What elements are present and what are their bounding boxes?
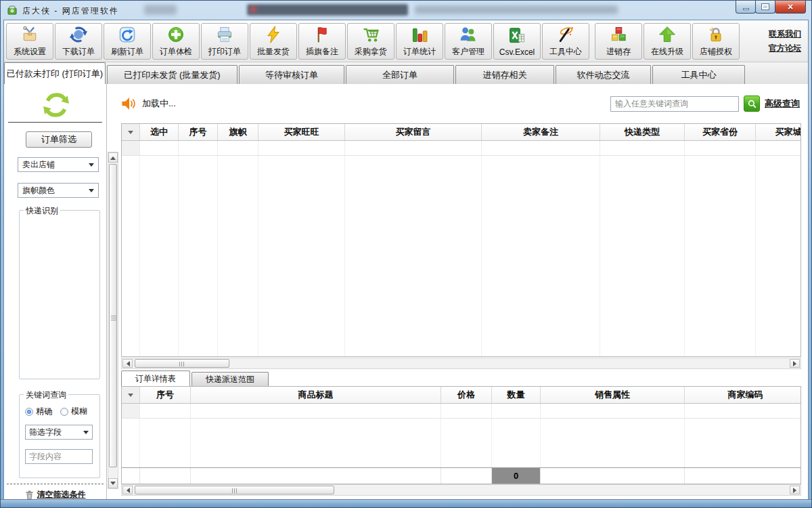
window-controls: × bbox=[736, 1, 806, 14]
purchase-button[interactable]: 采购拿货 bbox=[347, 23, 394, 60]
column-header-buyer-province[interactable]: 买家省份 bbox=[685, 124, 756, 140]
detail-hscrollbar[interactable] bbox=[121, 484, 801, 496]
column-header-flag[interactable]: 旗帜 bbox=[218, 124, 258, 140]
order-stats-button[interactable]: 订单统计 bbox=[396, 23, 443, 60]
column-header-sale-attrs[interactable]: 销售属性 bbox=[541, 387, 685, 403]
radio-dot-icon bbox=[25, 408, 33, 416]
official-forum-link[interactable]: 官方论坛 bbox=[769, 43, 801, 54]
toolbar-button-label: 订单体检 bbox=[160, 46, 192, 58]
tool-center-button[interactable]: 工具中心 bbox=[542, 23, 589, 60]
column-header-express-type[interactable]: 快递类型 bbox=[600, 124, 685, 140]
close-button[interactable]: × bbox=[775, 1, 806, 14]
refresh-orders-icon bbox=[118, 24, 137, 45]
shop-select-value: 卖出店铺 bbox=[22, 159, 55, 171]
tab-printed-unshipped[interactable]: 已打印未发货 (批量发货) bbox=[107, 65, 238, 84]
shop-select[interactable]: 卖出店铺 bbox=[18, 157, 99, 172]
flag-note-button[interactable]: 插旗备注 bbox=[298, 23, 346, 60]
blurred-overlay bbox=[144, 5, 177, 15]
column-header-index[interactable]: 序号 bbox=[179, 124, 218, 140]
system-settings-button[interactable]: 系统设置 bbox=[6, 23, 53, 60]
tab-express-range[interactable]: 快递派送范围 bbox=[191, 372, 269, 386]
tab-inventory-related[interactable]: 进销存相关 bbox=[455, 65, 554, 84]
online-upgrade-button[interactable]: 在线升级 bbox=[644, 23, 691, 60]
refresh-icon[interactable] bbox=[42, 91, 70, 119]
column-header-quantity[interactable]: 数量 bbox=[492, 387, 541, 403]
sidebar-divider bbox=[8, 122, 102, 123]
scrollbar-thumb[interactable] bbox=[135, 486, 334, 494]
toolbar-button-label: Csv.Excel bbox=[499, 47, 535, 57]
toolbar-button-label: 插旗备注 bbox=[306, 46, 338, 58]
toolbar-button-label: 客户管理 bbox=[452, 46, 484, 58]
flag-color-select[interactable]: 旗帜颜色 bbox=[18, 183, 99, 198]
tab-order-detail[interactable]: 订单详情表 bbox=[121, 371, 190, 386]
scroll-right-button[interactable] bbox=[790, 486, 800, 494]
advanced-search-link[interactable]: 高级查询 bbox=[765, 98, 800, 110]
field-content-input[interactable] bbox=[25, 449, 93, 464]
close-icon: × bbox=[788, 1, 793, 13]
customer-management-button[interactable]: 客户管理 bbox=[445, 23, 492, 60]
column-menu-button[interactable] bbox=[122, 124, 140, 140]
contact-us-link[interactable]: 联系我们 bbox=[769, 28, 801, 40]
column-header-buyer-city[interactable]: 买家城市 bbox=[756, 124, 801, 140]
column-header-index[interactable]: 序号 bbox=[140, 387, 191, 403]
tab-tool-center[interactable]: 工具中心 bbox=[652, 65, 745, 84]
inventory-button[interactable]: 进销存 bbox=[595, 23, 642, 60]
column-menu-button[interactable] bbox=[122, 387, 140, 403]
speaker-icon[interactable] bbox=[120, 95, 138, 112]
radio-fuzzy[interactable]: 模糊 bbox=[60, 406, 87, 417]
sidebar-scrollbar[interactable] bbox=[108, 152, 118, 489]
orders-hscrollbar[interactable] bbox=[121, 358, 801, 369]
column-header-buyer-message[interactable]: 买家留言 bbox=[345, 124, 482, 140]
print-orders-button[interactable]: 打印订单 bbox=[201, 23, 248, 60]
search-button[interactable] bbox=[744, 96, 760, 112]
scrollbar-thumb[interactable] bbox=[109, 164, 117, 467]
keyword-search-input[interactable] bbox=[610, 96, 739, 112]
batch-ship-button[interactable]: 批量发货 bbox=[250, 23, 297, 60]
arrow-down-icon bbox=[110, 482, 116, 488]
order-tabbar: 已付款未打印 (打印订单) 已打印未发货 (批量发货) 等待审核订单 全部订单 … bbox=[4, 62, 808, 84]
column-header-seller-note[interactable]: 卖家备注 bbox=[482, 124, 600, 140]
column-header-price[interactable]: 价格 bbox=[441, 387, 492, 403]
keyword-query-group: 关键词查询 精确 模糊 筛选字段 bbox=[19, 394, 100, 478]
download-orders-button[interactable]: 下载订单 bbox=[55, 23, 102, 60]
tab-paid-unprinted[interactable]: 已付款未打印 (打印订单) bbox=[4, 62, 106, 84]
detail-table-header: 序号 商品标题 价格 数量 销售属性 商家编码 bbox=[122, 387, 800, 404]
orders-table: 选中 序号 旗帜 买家旺旺 买家留言 卖家备注 快递类型 买家省份 买家城市 bbox=[121, 123, 801, 357]
chevron-down-icon bbox=[83, 431, 89, 437]
radio-exact[interactable]: 精确 bbox=[25, 406, 52, 417]
order-filter-button[interactable]: 订单筛选 bbox=[26, 131, 92, 148]
scrollbar-thumb[interactable] bbox=[135, 359, 229, 368]
refresh-orders-button[interactable]: 刷新订单 bbox=[104, 23, 151, 60]
tab-pending-review[interactable]: 等待审核订单 bbox=[239, 65, 344, 84]
tab-all-orders[interactable]: 全部订单 bbox=[346, 65, 454, 84]
order-check-button[interactable]: 订单体检 bbox=[152, 23, 200, 60]
scroll-right-button[interactable] bbox=[790, 359, 800, 368]
filter-field-select[interactable]: 筛选字段 bbox=[25, 425, 93, 440]
bar-chart-icon bbox=[410, 24, 429, 45]
detail-table-body[interactable] bbox=[122, 419, 800, 467]
radio-fuzzy-label: 模糊 bbox=[71, 406, 87, 417]
maximize-button[interactable] bbox=[755, 1, 775, 14]
orders-table-body[interactable] bbox=[122, 156, 800, 356]
radio-exact-label: 精确 bbox=[36, 406, 52, 417]
toolbox-icon bbox=[20, 24, 39, 45]
minimize-button[interactable] bbox=[736, 1, 756, 14]
toolbar-button-label: 打印订单 bbox=[208, 46, 241, 58]
column-header-buyer-wangwang[interactable]: 买家旺旺 bbox=[258, 124, 345, 140]
scroll-left-button[interactable] bbox=[122, 486, 133, 494]
scroll-left-button[interactable] bbox=[122, 359, 133, 368]
shop-authorize-button[interactable]: 店铺授权 bbox=[692, 23, 740, 60]
title-bar[interactable]: 店大侠 - 网店管理软件 × bbox=[1, 1, 811, 20]
column-header-product-title[interactable]: 商品标题 bbox=[191, 387, 441, 403]
scroll-up-button[interactable] bbox=[108, 152, 118, 163]
csv-excel-button[interactable]: Csv.Excel bbox=[493, 23, 541, 60]
scroll-down-button[interactable] bbox=[108, 478, 118, 488]
caret-down-icon bbox=[128, 394, 133, 400]
column-header-merchant-code[interactable]: 商家编码 bbox=[685, 387, 801, 403]
tab-software-news[interactable]: 软件动态交流 bbox=[556, 65, 651, 84]
window-bottom-frame bbox=[1, 499, 811, 507]
radio-dot-icon bbox=[60, 408, 68, 416]
chevron-down-icon bbox=[89, 189, 94, 195]
search-group: 高级查询 bbox=[610, 96, 801, 112]
column-header-selected[interactable]: 选中 bbox=[140, 124, 179, 140]
